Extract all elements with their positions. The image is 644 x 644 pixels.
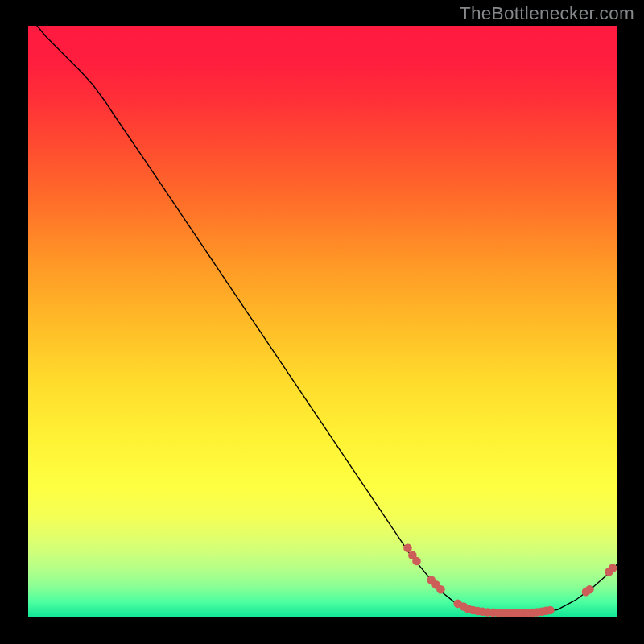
data-marker xyxy=(403,544,412,553)
chart-svg xyxy=(28,26,617,617)
data-marker xyxy=(609,564,617,573)
gradient-background xyxy=(28,26,617,617)
data-marker xyxy=(436,585,445,594)
attribution-label: TheBottlenecker.com xyxy=(460,3,634,24)
data-marker xyxy=(585,585,594,594)
data-marker xyxy=(546,606,555,615)
data-marker xyxy=(412,557,421,566)
plot-area xyxy=(28,26,617,617)
chart-stage: TheBottlenecker.com xyxy=(0,0,644,644)
